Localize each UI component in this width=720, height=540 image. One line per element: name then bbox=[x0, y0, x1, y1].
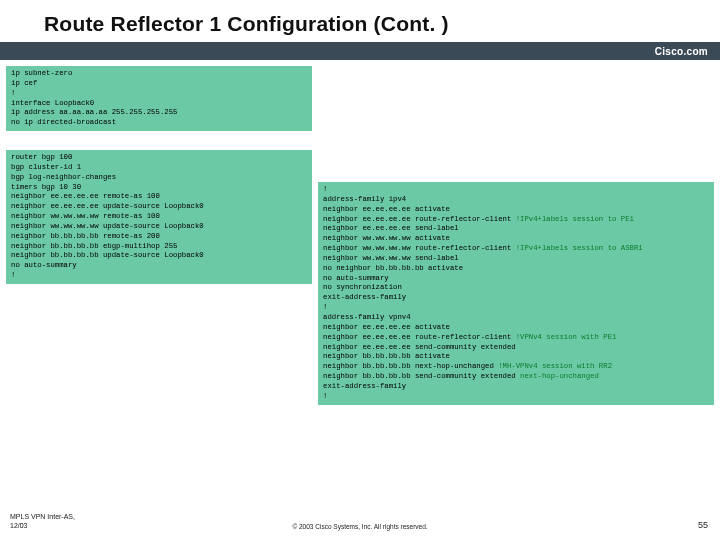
slide-title: Route Reflector 1 Configuration (Cont. ) bbox=[0, 0, 720, 42]
footer: MPLS VPN Inter-AS, 12/03 © 2003 Cisco Sy… bbox=[0, 506, 720, 534]
page-number: 55 bbox=[698, 520, 708, 530]
content-area: ip subnet-zero ip cef ! interface Loopba… bbox=[0, 60, 720, 520]
brand-text: Cisco.com bbox=[655, 46, 708, 57]
footer-left: MPLS VPN Inter-AS, 12/03 bbox=[10, 513, 75, 530]
footer-date: 12/03 bbox=[10, 522, 75, 530]
config-block-top: ip subnet-zero ip cef ! interface Loopba… bbox=[6, 66, 312, 131]
config-block-right: ! address-family ipv4 neighbor ee.ee.ee.… bbox=[318, 182, 714, 405]
footer-copyright: © 2003 Cisco Systems, Inc. All rights re… bbox=[292, 523, 427, 530]
footer-module: MPLS VPN Inter-AS, bbox=[10, 513, 75, 521]
config-block-left: router bgp 100 bgp cluster-id 1 bgp log-… bbox=[6, 150, 312, 284]
brand-bar: Cisco.com bbox=[0, 42, 720, 60]
